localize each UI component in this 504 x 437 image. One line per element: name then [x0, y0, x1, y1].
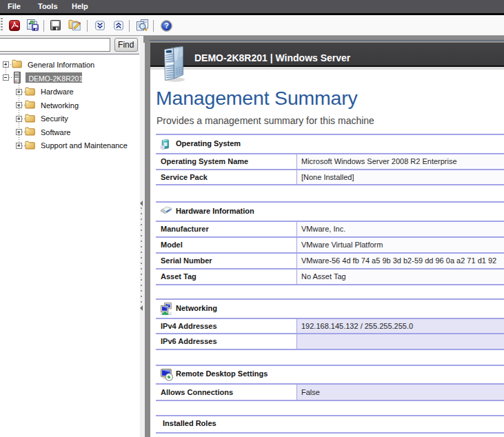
- svg-text:?: ?: [164, 21, 169, 30]
